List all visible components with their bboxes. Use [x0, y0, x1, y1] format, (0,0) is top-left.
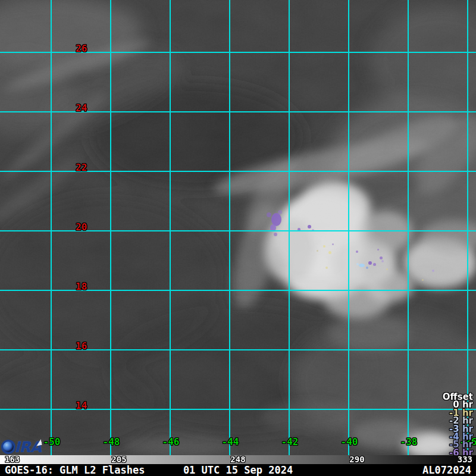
colorbar-tick: 290 — [349, 455, 364, 464]
storm-id: AL072024 — [422, 464, 471, 476]
status-bar: GOES-16: GLM L2 Flashes 01 UTC 15 Sep 20… — [0, 464, 476, 476]
grid-hline — [0, 111, 476, 112]
colorbar-tick: 333 — [458, 455, 472, 464]
grid-hline — [0, 409, 476, 410]
colorbar-tick: 248 — [230, 455, 245, 464]
grid-vline — [348, 0, 349, 455]
satellite-image-viewport: 26242220181614 -50-48-46-44-42-40-38-36 … — [0, 0, 476, 476]
product-title: GOES-16: GLM L2 Flashes — [5, 464, 145, 476]
grid-vline — [229, 0, 230, 455]
grid-hline — [0, 52, 476, 53]
cira-logo-text: IRA — [14, 439, 41, 456]
grid-vline — [408, 0, 409, 455]
grid-vline — [467, 0, 468, 455]
grid-hline — [0, 230, 476, 231]
grid-hline — [0, 349, 476, 350]
grid-vline — [110, 0, 111, 455]
brightness-temperature-colorbar: 163205248290333 — [0, 455, 476, 464]
grid-hline — [0, 171, 476, 172]
grid-hline — [0, 290, 476, 291]
latlon-grid — [0, 0, 476, 455]
cira-logo: IRA — [1, 439, 41, 455]
offset-legend-items: 0 hr-1 hr-2 hr-3 hr-4 hr-5 hr-6 hr — [443, 401, 473, 457]
grid-vline — [170, 0, 171, 455]
grid-vline — [289, 0, 290, 455]
datetime-label: 01 UTC 15 Sep 2024 — [183, 464, 293, 476]
colorbar-tick: 205 — [111, 455, 126, 464]
colorbar-tick: 163 — [5, 455, 20, 464]
offset-legend: Offset 0 hr-1 hr-2 hr-3 hr-4 hr-5 hr-6 h… — [443, 393, 473, 457]
grid-vline — [51, 0, 52, 455]
cira-globe-icon — [1, 440, 15, 454]
